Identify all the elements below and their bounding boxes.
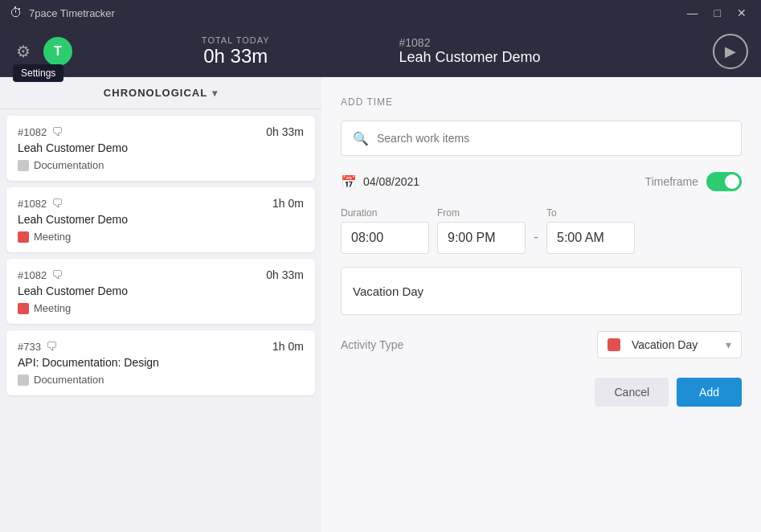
- entry-name: Leah Customer Demo: [18, 284, 304, 297]
- to-field-group: To: [546, 207, 635, 254]
- comment-icon: 🗨: [46, 340, 57, 353]
- entry-top: #1082 🗨 1h 0m: [18, 197, 304, 210]
- entry-tag: Meeting: [18, 302, 304, 314]
- calendar-icon: 📅: [341, 174, 357, 190]
- play-button[interactable]: ▶: [713, 34, 748, 69]
- close-button[interactable]: ✕: [732, 5, 751, 21]
- date-value: 04/08/2021: [363, 175, 419, 188]
- list-item[interactable]: #1082 🗨 0h 33m Leah Customer Demo Meetin…: [6, 259, 315, 324]
- timeframe-toggle[interactable]: [706, 172, 742, 191]
- search-input[interactable]: [377, 132, 730, 145]
- settings-tooltip: Settings: [13, 64, 63, 82]
- settings-button[interactable]: ⚙ Settings: [13, 39, 34, 64]
- dash-separator: -: [534, 229, 538, 254]
- entries-list: #1082 🗨 0h 33m Leah Customer Demo Docume…: [0, 109, 321, 532]
- chronological-button[interactable]: CHRONOLOGICAL ▾: [104, 87, 218, 99]
- entry-top: #1082 🗨 0h 33m: [18, 268, 304, 281]
- timeframe-row: Timeframe: [645, 172, 742, 191]
- avatar: T: [43, 37, 72, 66]
- activity-name: Vacation Day: [632, 338, 719, 351]
- activity-type-label: Activity Type: [341, 338, 403, 351]
- right-panel: ADD TIME 🔍 📅 04/08/2021 Timeframe Durati…: [321, 77, 761, 532]
- search-bar: 🔍: [341, 121, 742, 156]
- entry-id: #1082: [18, 198, 47, 210]
- main-content: CHRONOLOGICAL ▾ #1082 🗨 0h 33m Leah Cust…: [0, 77, 761, 532]
- entry-id-row: #733 🗨: [18, 340, 57, 353]
- left-panel-header: CHRONOLOGICAL ▾: [0, 77, 321, 109]
- entry-name: Leah Customer Demo: [18, 213, 304, 226]
- from-input[interactable]: [437, 222, 526, 254]
- duration-row: Duration From - To: [341, 207, 742, 254]
- header: ⚙ Settings T TOTAL TODAY 0h 33m #1082 Le…: [0, 26, 761, 77]
- entry-top: #733 🗨 1h 0m: [18, 340, 304, 353]
- list-item[interactable]: #1082 🗨 1h 0m Leah Customer Demo Meeting: [6, 187, 315, 252]
- tag-label: Documentation: [34, 159, 104, 171]
- entry-id: #1082: [18, 126, 47, 138]
- duration-input[interactable]: [341, 222, 429, 254]
- entry-top: #1082 🗨 0h 33m: [18, 125, 304, 138]
- tag-dot: [18, 231, 29, 243]
- date-field: 📅 04/08/2021: [341, 174, 419, 190]
- note-field[interactable]: Vacation Day: [341, 267, 742, 315]
- tag-dot: [18, 374, 29, 386]
- tag-label: Meeting: [34, 231, 71, 243]
- entry-id-row: #1082 🗨: [18, 125, 63, 138]
- minimize-button[interactable]: —: [682, 5, 703, 21]
- header-task-name: Leah Customer Demo: [399, 49, 701, 66]
- total-label: TOTAL TODAY: [85, 35, 387, 45]
- list-item[interactable]: #1082 🗨 0h 33m Leah Customer Demo Docume…: [6, 116, 315, 181]
- date-row: 📅 04/08/2021 Timeframe: [341, 172, 742, 191]
- header-task-id: #1082: [399, 36, 701, 49]
- activity-select[interactable]: Vacation Day ▾: [597, 331, 742, 358]
- entry-tag: Documentation: [18, 159, 304, 171]
- total-time: 0h 33m: [85, 45, 387, 68]
- header-center: TOTAL TODAY 0h 33m: [85, 35, 387, 68]
- entry-id: #733: [18, 341, 41, 353]
- to-label: To: [546, 207, 635, 219]
- maximize-button[interactable]: □: [710, 5, 726, 21]
- cancel-button[interactable]: Cancel: [595, 378, 669, 407]
- to-input[interactable]: [546, 222, 635, 254]
- activity-row: Activity Type Vacation Day ▾: [341, 331, 742, 358]
- app-title: 7pace Timetracker: [29, 7, 115, 19]
- entry-id-row: #1082 🗨: [18, 268, 63, 281]
- duration-field-group: Duration: [341, 207, 429, 254]
- tag-dot: [18, 303, 29, 314]
- timeframe-label: Timeframe: [645, 175, 698, 188]
- add-button[interactable]: Add: [677, 378, 742, 407]
- tag-label: Meeting: [34, 302, 71, 314]
- tag-dot: [18, 160, 29, 171]
- app-icon: ⏱: [10, 6, 23, 20]
- title-bar: ⏱ 7pace Timetracker — □ ✕: [0, 0, 761, 26]
- duration-label: Duration: [341, 207, 429, 219]
- view-mode-label: CHRONOLOGICAL: [104, 87, 207, 99]
- list-item[interactable]: #733 🗨 1h 0m API: Documentation: Design …: [6, 330, 315, 395]
- action-row: Cancel Add: [341, 378, 742, 407]
- chevron-down-icon: ▾: [212, 88, 218, 99]
- header-left: ⚙ Settings T: [13, 37, 72, 66]
- comment-icon: 🗨: [51, 268, 63, 281]
- entry-duration: 1h 0m: [272, 340, 304, 353]
- entry-duration: 0h 33m: [266, 268, 304, 281]
- activity-dot: [608, 338, 620, 351]
- header-right: #1082 Leah Customer Demo: [399, 36, 701, 66]
- entry-duration: 1h 0m: [272, 197, 304, 210]
- entry-duration: 0h 33m: [266, 125, 304, 138]
- comment-icon: 🗨: [51, 197, 63, 210]
- title-bar-left: ⏱ 7pace Timetracker: [10, 6, 115, 20]
- add-time-label: ADD TIME: [341, 96, 742, 108]
- search-icon: 🔍: [353, 131, 369, 146]
- entry-id: #1082: [18, 269, 47, 281]
- from-field-group: From: [437, 207, 526, 254]
- play-icon: ▶: [725, 43, 736, 60]
- note-value: Vacation Day: [353, 284, 423, 298]
- chevron-down-icon: ▾: [726, 338, 731, 351]
- title-bar-controls: — □ ✕: [682, 5, 751, 21]
- entry-name: API: Documentation: Design: [18, 356, 304, 369]
- entry-id-row: #1082 🗨: [18, 197, 63, 210]
- comment-icon: 🗨: [51, 125, 63, 138]
- tag-label: Documentation: [34, 374, 104, 386]
- left-panel: CHRONOLOGICAL ▾ #1082 🗨 0h 33m Leah Cust…: [0, 77, 321, 532]
- entry-tag: Meeting: [18, 231, 304, 243]
- entry-tag: Documentation: [18, 374, 304, 386]
